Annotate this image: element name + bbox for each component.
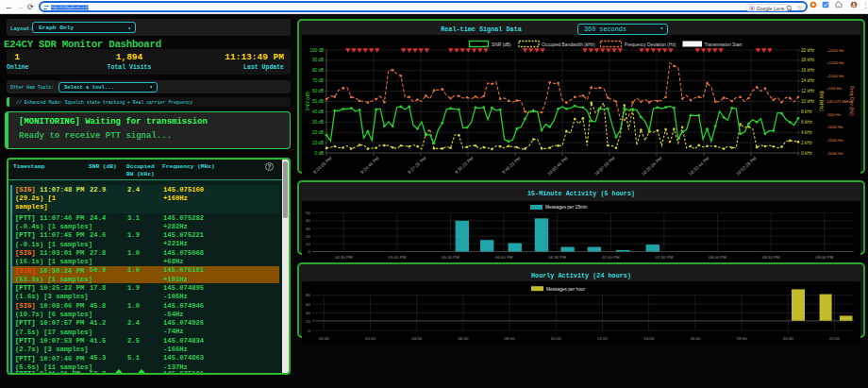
svg-text:09:00 PM: 09:00 PM <box>815 255 833 260</box>
svg-text:80 dB: 80 dB <box>312 68 324 73</box>
svg-text:06:00 PM: 06:00 PM <box>495 255 513 260</box>
svg-text:18 kHz: 18 kHz <box>801 58 815 62</box>
svg-text:SNR (dB): SNR (dB) <box>492 42 511 47</box>
svg-text:0 kHz: 0 kHz <box>801 151 812 156</box>
svg-text:4 kHz: 4 kHz <box>801 130 812 135</box>
svg-text:10:03:46 PM: 10:03:46 PM <box>546 156 569 177</box>
svg-text:90 dB: 90 dB <box>312 58 324 62</box>
svg-text:+2000 Hz: +2000 Hz <box>826 48 844 53</box>
svg-text:10: 10 <box>306 241 310 245</box>
svg-text:05:30 PM: 05:30 PM <box>442 255 459 260</box>
svg-text:0: 0 <box>309 328 311 332</box>
svg-text:07:30 PM: 07:30 PM <box>656 255 674 260</box>
svg-text:Frequency Deviation (Hz): Frequency Deviation (Hz) <box>625 42 676 47</box>
svg-text:40: 40 <box>306 218 310 223</box>
svg-text:20 kHz: 20 kHz <box>801 48 815 53</box>
svg-text:60 dB: 60 dB <box>312 89 324 93</box>
svg-text:20: 20 <box>306 319 310 324</box>
svg-text:8 kHz: 8 kHz <box>801 110 812 114</box>
svg-text:6 kHz: 6 kHz <box>801 120 812 125</box>
svg-text:06:00: 06:00 <box>458 336 469 341</box>
svg-text:10 dB: 10 dB <box>312 141 324 145</box>
svg-text:14:00: 14:00 <box>643 336 655 341</box>
svg-text:16 kHz: 16 kHz <box>801 68 815 73</box>
svg-text:+1000 Hz: +1000 Hz <box>826 74 844 78</box>
svg-text:9:46:32 PM: 9:46:32 PM <box>501 156 522 175</box>
svg-text:10:00: 10:00 <box>551 336 562 341</box>
svg-text:05:00 PM: 05:00 PM <box>389 255 407 260</box>
svg-text:SNR (dB): SNR (dB) <box>305 91 310 111</box>
svg-text:-500 Hz: -500 Hz <box>826 112 841 117</box>
svg-text:70 dB: 70 dB <box>312 78 324 83</box>
svg-text:50: 50 <box>306 211 310 215</box>
svg-text:08:00: 08:00 <box>505 336 516 341</box>
svg-text:2 kHz: 2 kHz <box>801 141 812 145</box>
svg-text:10:53:29 PM: 10:53:29 PM <box>735 156 758 177</box>
svg-text:16:00: 16:00 <box>690 336 701 341</box>
svg-text:40 dB: 40 dB <box>312 110 324 114</box>
svg-text:20 dB: 20 dB <box>312 130 324 135</box>
svg-text:18:00: 18:00 <box>737 336 748 341</box>
svg-text:22:00: 22:00 <box>829 336 841 341</box>
svg-text:04:30 PM: 04:30 PM <box>335 255 353 260</box>
svg-text:10:07:50 PM: 10:07:50 PM <box>593 156 616 177</box>
svg-text:20: 20 <box>306 233 310 238</box>
svg-text:0: 0 <box>309 249 311 254</box>
svg-text:Freq Dev (Hz): Freq Dev (Hz) <box>849 86 855 116</box>
svg-text:+1500 Hz: +1500 Hz <box>826 60 844 65</box>
svg-text:-2000 Hz: -2000 Hz <box>826 151 843 156</box>
svg-text:04:00: 04:00 <box>411 336 423 341</box>
svg-text:-1500 Hz: -1500 Hz <box>826 138 843 143</box>
svg-text:10:25:04 PM: 10:25:04 PM <box>641 156 663 177</box>
svg-text:BW (kHz): BW (kHz) <box>819 91 825 111</box>
svg-text:30: 30 <box>306 226 310 230</box>
svg-text:145.075 MHz: 145.075 MHz <box>826 99 851 104</box>
svg-text:12 kHz: 12 kHz <box>801 89 815 93</box>
svg-text:00:00: 00:00 <box>319 336 330 341</box>
svg-text:9:24:03 PM: 9:24:03 PM <box>312 156 333 175</box>
svg-text:10:32:44 PM: 10:32:44 PM <box>688 156 710 177</box>
svg-text:08:00 PM: 08:00 PM <box>709 255 726 260</box>
svg-text:80: 80 <box>306 293 310 297</box>
svg-text:Occupied Bandwidth (kHz): Occupied Bandwidth (kHz) <box>542 42 595 47</box>
svg-text:9:24:46 PM: 9:24:46 PM <box>359 156 380 175</box>
svg-text:0 dB: 0 dB <box>315 151 324 156</box>
svg-text:50 dB: 50 dB <box>312 99 324 104</box>
svg-text:30 dB: 30 dB <box>312 120 324 125</box>
svg-text:9:36:22 PM: 9:36:22 PM <box>454 156 475 175</box>
svg-text:07:00 PM: 07:00 PM <box>602 255 620 260</box>
svg-text:+500 Hz: +500 Hz <box>826 86 842 91</box>
svg-text:Messages per 15min: Messages per 15min <box>545 205 588 210</box>
svg-text:40: 40 <box>306 311 310 315</box>
svg-text:60: 60 <box>306 301 310 306</box>
svg-text:Transmission Start: Transmission Start <box>705 42 743 47</box>
svg-text:08:30 PM: 08:30 PM <box>762 255 780 260</box>
svg-text:Messages per hour: Messages per hour <box>546 286 585 291</box>
svg-text:06:30 PM: 06:30 PM <box>548 255 566 260</box>
svg-text:12:00: 12:00 <box>597 336 609 341</box>
svg-text:-1000 Hz: -1000 Hz <box>826 125 843 129</box>
svg-text:10 kHz: 10 kHz <box>801 99 815 104</box>
svg-text:20:00: 20:00 <box>783 336 794 341</box>
svg-text:02:00: 02:00 <box>365 336 376 341</box>
svg-text:100 dB: 100 dB <box>309 48 324 53</box>
svg-text:14 kHz: 14 kHz <box>801 78 815 83</box>
svg-text:9:27:26 PM: 9:27:26 PM <box>407 156 427 175</box>
